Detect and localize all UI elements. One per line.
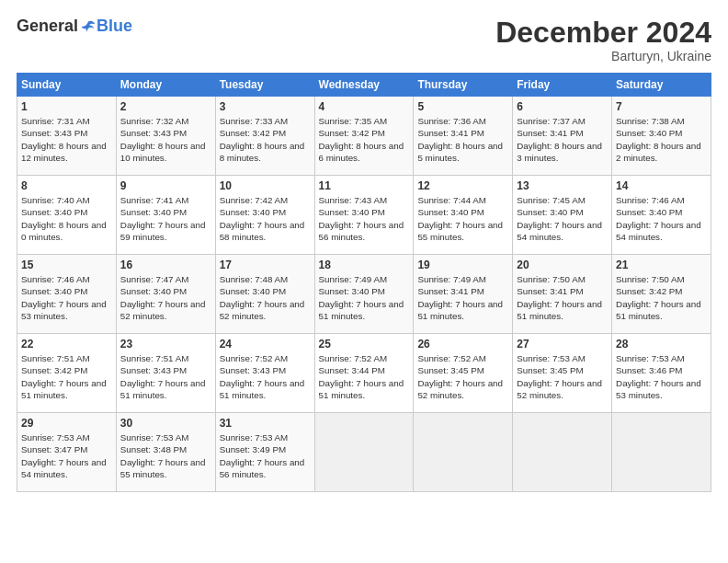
calendar-cell: 25Sunrise: 7:52 AMSunset: 3:44 PMDayligh… xyxy=(314,334,414,413)
calendar-cell: 9Sunrise: 7:41 AMSunset: 3:40 PMDaylight… xyxy=(116,176,215,255)
day-detail: Sunrise: 7:53 AMSunset: 3:45 PMDaylight:… xyxy=(517,352,608,401)
day-number: 27 xyxy=(517,338,608,350)
day-detail: Sunrise: 7:38 AMSunset: 3:40 PMDaylight:… xyxy=(616,115,707,164)
logo-blue-text: Blue xyxy=(97,17,132,36)
day-number: 6 xyxy=(517,100,608,113)
calendar-header-saturday: Saturday xyxy=(612,74,711,97)
calendar-cell: 1Sunrise: 7:31 AMSunset: 3:43 PMDaylight… xyxy=(17,97,117,176)
day-detail: Sunrise: 7:49 AMSunset: 3:41 PMDaylight:… xyxy=(417,273,508,322)
month-title: December 2024 xyxy=(495,17,711,49)
logo-bird-icon xyxy=(80,18,97,35)
calendar-cell: 21Sunrise: 7:50 AMSunset: 3:42 PMDayligh… xyxy=(612,255,711,334)
calendar-cell: 30Sunrise: 7:53 AMSunset: 3:48 PMDayligh… xyxy=(116,413,215,492)
day-detail: Sunrise: 7:50 AMSunset: 3:41 PMDaylight:… xyxy=(517,273,608,322)
day-detail: Sunrise: 7:52 AMSunset: 3:44 PMDaylight:… xyxy=(319,352,410,401)
day-number: 2 xyxy=(120,100,211,113)
calendar-header-wednesday: Wednesday xyxy=(314,74,414,97)
day-detail: Sunrise: 7:52 AMSunset: 3:43 PMDaylight:… xyxy=(220,352,311,401)
calendar-cell xyxy=(414,413,513,492)
location: Barturyn, Ukraine xyxy=(495,49,711,63)
day-number: 3 xyxy=(220,100,311,113)
calendar-cell xyxy=(513,413,612,492)
day-detail: Sunrise: 7:52 AMSunset: 3:45 PMDaylight:… xyxy=(417,352,508,401)
calendar-cell: 31Sunrise: 7:53 AMSunset: 3:49 PMDayligh… xyxy=(215,413,314,492)
calendar-cell: 22Sunrise: 7:51 AMSunset: 3:42 PMDayligh… xyxy=(17,334,117,413)
day-number: 24 xyxy=(220,338,311,350)
calendar-cell: 24Sunrise: 7:52 AMSunset: 3:43 PMDayligh… xyxy=(215,334,314,413)
calendar-cell: 10Sunrise: 7:42 AMSunset: 3:40 PMDayligh… xyxy=(215,176,314,255)
calendar-week-4: 22Sunrise: 7:51 AMSunset: 3:42 PMDayligh… xyxy=(17,334,711,413)
calendar-cell: 26Sunrise: 7:52 AMSunset: 3:45 PMDayligh… xyxy=(414,334,513,413)
calendar-cell: 16Sunrise: 7:47 AMSunset: 3:40 PMDayligh… xyxy=(116,255,215,334)
day-detail: Sunrise: 7:51 AMSunset: 3:42 PMDaylight:… xyxy=(21,352,112,401)
calendar-week-2: 8Sunrise: 7:40 AMSunset: 3:40 PMDaylight… xyxy=(17,176,711,255)
day-number: 14 xyxy=(616,179,707,192)
day-detail: Sunrise: 7:36 AMSunset: 3:41 PMDaylight:… xyxy=(417,115,508,164)
day-number: 5 xyxy=(417,100,508,113)
day-number: 4 xyxy=(319,100,410,113)
logo-general-text: General xyxy=(17,17,78,36)
calendar-week-5: 29Sunrise: 7:53 AMSunset: 3:47 PMDayligh… xyxy=(17,413,711,492)
calendar-cell: 27Sunrise: 7:53 AMSunset: 3:45 PMDayligh… xyxy=(513,334,612,413)
page: General Blue December 2024 Barturyn, Ukr… xyxy=(0,0,728,563)
calendar-header-tuesday: Tuesday xyxy=(215,74,314,97)
calendar-cell: 20Sunrise: 7:50 AMSunset: 3:41 PMDayligh… xyxy=(513,255,612,334)
day-detail: Sunrise: 7:53 AMSunset: 3:46 PMDaylight:… xyxy=(616,352,707,401)
calendar-cell: 15Sunrise: 7:46 AMSunset: 3:40 PMDayligh… xyxy=(17,255,117,334)
calendar-cell: 7Sunrise: 7:38 AMSunset: 3:40 PMDaylight… xyxy=(612,97,711,176)
day-number: 11 xyxy=(319,179,410,192)
calendar-cell: 19Sunrise: 7:49 AMSunset: 3:41 PMDayligh… xyxy=(414,255,513,334)
day-detail: Sunrise: 7:46 AMSunset: 3:40 PMDaylight:… xyxy=(21,273,112,322)
day-detail: Sunrise: 7:44 AMSunset: 3:40 PMDaylight:… xyxy=(417,194,508,243)
day-detail: Sunrise: 7:47 AMSunset: 3:40 PMDaylight:… xyxy=(120,273,211,322)
day-number: 25 xyxy=(319,338,410,350)
calendar-cell: 3Sunrise: 7:33 AMSunset: 3:42 PMDaylight… xyxy=(215,97,314,176)
day-detail: Sunrise: 7:32 AMSunset: 3:43 PMDaylight:… xyxy=(120,115,211,164)
calendar-cell: 5Sunrise: 7:36 AMSunset: 3:41 PMDaylight… xyxy=(414,97,513,176)
day-detail: Sunrise: 7:35 AMSunset: 3:42 PMDaylight:… xyxy=(319,115,410,164)
day-number: 20 xyxy=(517,259,608,271)
day-detail: Sunrise: 7:42 AMSunset: 3:40 PMDaylight:… xyxy=(220,194,311,243)
day-number: 1 xyxy=(21,100,112,113)
day-number: 19 xyxy=(417,259,508,271)
calendar-cell xyxy=(612,413,711,492)
calendar-cell: 12Sunrise: 7:44 AMSunset: 3:40 PMDayligh… xyxy=(414,176,513,255)
calendar-cell: 8Sunrise: 7:40 AMSunset: 3:40 PMDaylight… xyxy=(17,176,117,255)
calendar-week-3: 15Sunrise: 7:46 AMSunset: 3:40 PMDayligh… xyxy=(17,255,711,334)
day-detail: Sunrise: 7:40 AMSunset: 3:40 PMDaylight:… xyxy=(21,194,112,243)
calendar-header-monday: Monday xyxy=(116,74,215,97)
day-number: 17 xyxy=(220,259,311,271)
calendar-cell: 4Sunrise: 7:35 AMSunset: 3:42 PMDaylight… xyxy=(314,97,414,176)
day-detail: Sunrise: 7:46 AMSunset: 3:40 PMDaylight:… xyxy=(616,194,707,243)
calendar-header-sunday: Sunday xyxy=(17,74,117,97)
day-number: 13 xyxy=(517,179,608,192)
calendar-week-1: 1Sunrise: 7:31 AMSunset: 3:43 PMDaylight… xyxy=(17,97,711,176)
calendar-cell: 2Sunrise: 7:32 AMSunset: 3:43 PMDaylight… xyxy=(116,97,215,176)
day-detail: Sunrise: 7:51 AMSunset: 3:43 PMDaylight:… xyxy=(120,352,211,401)
title-block: December 2024 Barturyn, Ukraine xyxy=(495,17,711,63)
calendar-cell: 17Sunrise: 7:48 AMSunset: 3:40 PMDayligh… xyxy=(215,255,314,334)
day-detail: Sunrise: 7:43 AMSunset: 3:40 PMDaylight:… xyxy=(319,194,410,243)
calendar-header-row: SundayMondayTuesdayWednesdayThursdayFrid… xyxy=(17,74,711,97)
day-number: 29 xyxy=(21,417,112,430)
day-number: 15 xyxy=(21,259,112,271)
calendar-cell: 29Sunrise: 7:53 AMSunset: 3:47 PMDayligh… xyxy=(17,413,117,492)
calendar-cell: 6Sunrise: 7:37 AMSunset: 3:41 PMDaylight… xyxy=(513,97,612,176)
calendar-cell: 14Sunrise: 7:46 AMSunset: 3:40 PMDayligh… xyxy=(612,176,711,255)
day-number: 18 xyxy=(319,259,410,271)
day-detail: Sunrise: 7:37 AMSunset: 3:41 PMDaylight:… xyxy=(517,115,608,164)
day-number: 16 xyxy=(120,259,211,271)
calendar-table: SundayMondayTuesdayWednesdayThursdayFrid… xyxy=(17,73,711,492)
header: General Blue December 2024 Barturyn, Ukr… xyxy=(17,17,711,63)
day-number: 23 xyxy=(120,338,211,350)
day-number: 7 xyxy=(616,100,707,113)
day-number: 12 xyxy=(417,179,508,192)
day-number: 28 xyxy=(616,338,707,350)
day-number: 8 xyxy=(21,179,112,192)
logo: General Blue xyxy=(17,17,132,36)
day-number: 22 xyxy=(21,338,112,350)
day-detail: Sunrise: 7:31 AMSunset: 3:43 PMDaylight:… xyxy=(21,115,112,164)
day-number: 30 xyxy=(120,417,211,430)
day-number: 31 xyxy=(220,417,311,430)
calendar-cell xyxy=(314,413,414,492)
